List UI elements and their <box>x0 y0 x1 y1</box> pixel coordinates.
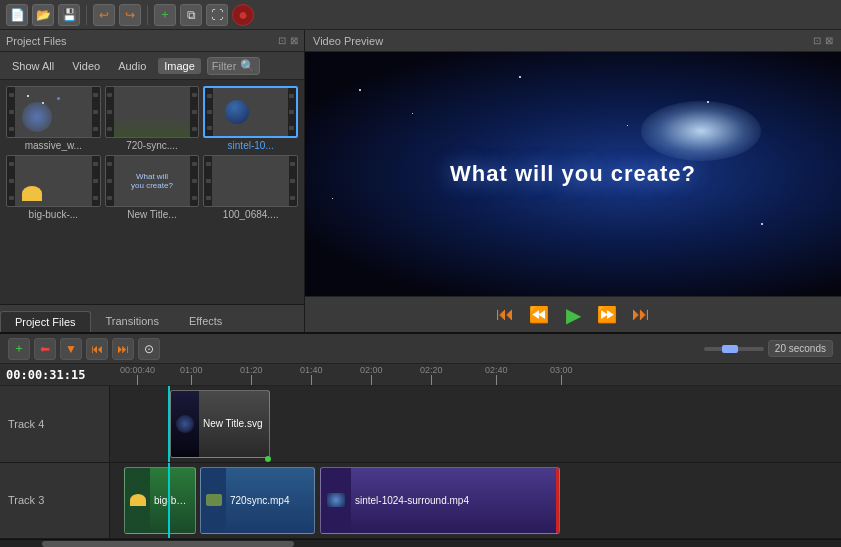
thumb-label-3: sintel-10... <box>203 140 298 151</box>
media-grid: massive_w... 720-sync.... sintel-10... <box>0 80 304 304</box>
clip-svg-label: New Title.svg <box>199 418 266 429</box>
fast-forward-button[interactable]: ⏩ <box>594 302 620 328</box>
track3-cyan-line <box>168 463 170 539</box>
clip-big-buck[interactable]: big-buck- <box>124 467 196 535</box>
ruler-mark-5: 02:20 <box>420 365 443 385</box>
tl-skip-start-button[interactable]: ⏮ <box>86 338 108 360</box>
ruler-mark-7: 03:00 <box>550 365 573 385</box>
thumb-img-5: What willyou create? <box>105 155 200 207</box>
thumb-img-4 <box>6 155 101 207</box>
filter-input-wrap[interactable]: Filter 🔍 <box>207 57 260 75</box>
ruler-mark-3: 01:40 <box>300 365 323 385</box>
play-button[interactable]: ▶ <box>560 302 586 328</box>
fullscreen-button[interactable]: ⛶ <box>206 4 228 26</box>
tab-effects[interactable]: Effects <box>174 310 237 332</box>
ruler-mark-6: 02:40 <box>485 365 508 385</box>
skip-start-button[interactable]: ⏮ <box>492 302 518 328</box>
timeline-area: ＋ ⬅ ▼ ⏮ ⏭ ⊙ 20 seconds 00:00:31:15 00:00… <box>0 332 841 547</box>
timeline-ruler: 00:00:31:15 00:00:40 01:00 01:20 01:40 0… <box>0 364 841 386</box>
record-button[interactable]: ● <box>232 4 254 26</box>
video-canvas: What will you create? <box>305 52 841 296</box>
video-light <box>641 101 761 161</box>
bottom-tabs: Project Files Transitions Effects <box>0 304 304 332</box>
filter-icon: 🔍 <box>240 59 255 73</box>
filter-image[interactable]: Image <box>158 58 201 74</box>
zoom-thumb[interactable] <box>722 345 738 353</box>
media-item-2[interactable]: 720-sync.... <box>105 86 200 151</box>
tl-razor-button[interactable]: ▼ <box>60 338 82 360</box>
thumb-img-2 <box>105 86 200 138</box>
save-button[interactable]: 💾 <box>58 4 80 26</box>
transitions-button[interactable]: ⧉ <box>180 4 202 26</box>
media-item-5[interactable]: What willyou create? New Title... <box>105 155 200 220</box>
tl-remove-button[interactable]: ⬅ <box>34 338 56 360</box>
clip-720-thumb <box>201 468 226 534</box>
track-4-label: Track 4 <box>0 386 110 462</box>
filter-video[interactable]: Video <box>66 58 106 74</box>
scroll-thumb[interactable] <box>42 541 294 547</box>
open-button[interactable]: 📂 <box>32 4 54 26</box>
add-track-button[interactable]: ＋ <box>154 4 176 26</box>
video-preview-header: Video Preview ⊡ ⊠ <box>305 30 841 52</box>
media-item-4[interactable]: big-buck-... <box>6 155 101 220</box>
thumb-label-4: big-buck-... <box>6 209 101 220</box>
clip-720sync[interactable]: 720sync.mp4 <box>200 467 315 535</box>
ruler-mark-0: 00:00:40 <box>120 365 155 385</box>
clip-sintel-label: sintel-1024-surround.mp4 <box>351 495 473 506</box>
timecode-display: 00:00:31:15 <box>6 364 106 385</box>
clip-title-svg[interactable]: New Title.svg <box>170 390 270 458</box>
timeline-scrollbar[interactable] <box>0 539 841 547</box>
tl-add-button[interactable]: ＋ <box>8 338 30 360</box>
new-button[interactable]: 📄 <box>6 4 28 26</box>
thumb-img-1 <box>6 86 101 138</box>
right-panel: Video Preview ⊡ ⊠ What will you create? … <box>305 30 841 332</box>
filter-audio[interactable]: Audio <box>112 58 152 74</box>
skip-end-button[interactable]: ⏭ <box>628 302 654 328</box>
track-3-row: Track 3 big-buck- 720sync.mp4 <box>0 463 841 540</box>
track-3-content[interactable]: big-buck- 720sync.mp4 sintel-1024-surrou… <box>110 463 841 539</box>
clip-bb-label: big-buck- <box>150 495 195 506</box>
clip-svg-thumb <box>171 391 199 457</box>
thumb-label-2: 720-sync.... <box>105 140 200 151</box>
filter-showall[interactable]: Show All <box>6 58 60 74</box>
project-files-header: Project Files ⊡ ⊠ <box>0 30 304 52</box>
vp-icon-2[interactable]: ⊠ <box>825 35 833 46</box>
ruler-mark-4: 02:00 <box>360 365 383 385</box>
media-item-3[interactable]: sintel-10... <box>203 86 298 151</box>
thumb-img-3 <box>203 86 298 138</box>
tl-skip-end-button[interactable]: ⏭ <box>112 338 134 360</box>
project-files-title: Project Files <box>6 35 67 47</box>
left-panel: Project Files ⊡ ⊠ Show All Video Audio I… <box>0 30 305 332</box>
thumb-img-6 <box>203 155 298 207</box>
pf-icon-2[interactable]: ⊠ <box>290 35 298 46</box>
clip-720-label: 720sync.mp4 <box>226 495 293 506</box>
tab-transitions[interactable]: Transitions <box>91 310 174 332</box>
filter-label: Filter <box>212 60 236 72</box>
track4-marker <box>265 456 271 462</box>
timeline-zoom: 20 seconds <box>704 340 833 357</box>
clip-sintel-thumb <box>321 468 351 534</box>
pf-header-icons: ⊡ ⊠ <box>278 35 298 46</box>
tl-center-button[interactable]: ⊙ <box>138 338 160 360</box>
ruler-mark-2: 01:20 <box>240 365 263 385</box>
video-preview-title: Video Preview <box>313 35 383 47</box>
clip-sintel[interactable]: sintel-1024-surround.mp4 <box>320 467 560 535</box>
vp-icon-1[interactable]: ⊡ <box>813 35 821 46</box>
tracks-container: Track 4 New Title.svg Track 3 <box>0 386 841 539</box>
zoom-track[interactable] <box>704 347 764 351</box>
undo-button[interactable]: ↩ <box>93 4 115 26</box>
pf-icon-1[interactable]: ⊡ <box>278 35 286 46</box>
thumb-label-6: 100_0684.... <box>203 209 298 220</box>
main-area: Project Files ⊡ ⊠ Show All Video Audio I… <box>0 30 841 332</box>
playback-controls: ⏮ ⏪ ▶ ⏩ ⏭ <box>305 296 841 332</box>
rewind-button[interactable]: ⏪ <box>526 302 552 328</box>
media-item-6[interactable]: 100_0684.... <box>203 155 298 220</box>
media-item-1[interactable]: massive_w... <box>6 86 101 151</box>
ruler-content: 00:00:40 01:00 01:20 01:40 02:00 02:20 0… <box>110 364 841 385</box>
tab-project-files[interactable]: Project Files <box>0 311 91 332</box>
thumb-label-1: massive_w... <box>6 140 101 151</box>
redo-button[interactable]: ↪ <box>119 4 141 26</box>
track-4-content[interactable]: New Title.svg <box>110 386 841 462</box>
thumb-label-5: New Title... <box>105 209 200 220</box>
timeline-toolbar: ＋ ⬅ ▼ ⏮ ⏭ ⊙ 20 seconds <box>0 334 841 364</box>
